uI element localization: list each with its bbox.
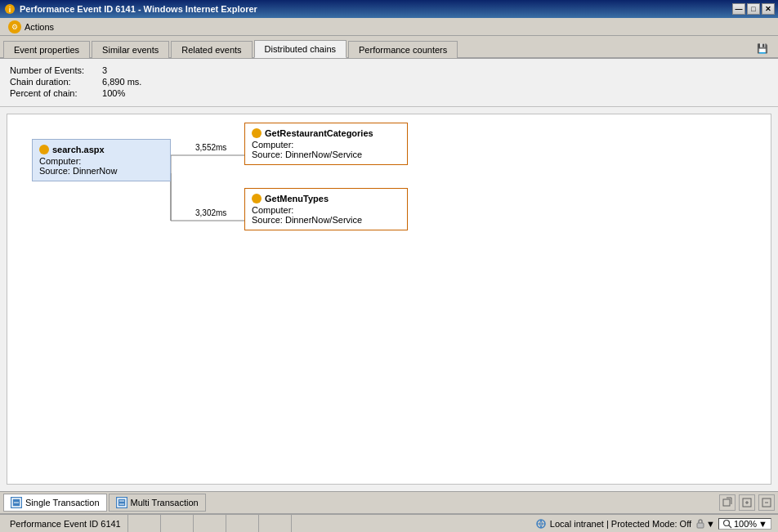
source-node-icon	[39, 145, 49, 154]
svg-rect-25	[697, 523, 704, 528]
source-node-title: search.aspx	[39, 145, 163, 154]
tab-performance-counters[interactable]: Performance counters	[348, 41, 458, 58]
svg-point-26	[723, 520, 729, 525]
single-transaction-icon	[11, 497, 22, 508]
source-computer-row: Computer:	[39, 156, 163, 166]
tab-distributed-chains[interactable]: Distributed chains	[254, 40, 347, 58]
svg-rect-12	[118, 498, 126, 507]
svg-text:3,302ms: 3,302ms	[195, 208, 226, 217]
svg-text:3,552ms: 3,552ms	[195, 143, 226, 152]
title-bar: i Performance Event ID 6141 - Windows In…	[0, 0, 778, 18]
target1-node-title: GetRestaurantCategories	[252, 128, 400, 138]
bottom-bar: Single Transaction Multi Transaction	[0, 491, 778, 532]
zoom-text: 100%	[734, 519, 757, 529]
tab-similar-events[interactable]: Similar events	[92, 41, 169, 58]
multi-transaction-icon	[116, 497, 127, 508]
target2-node-title: GetMenuTypes	[252, 194, 400, 203]
bottom-tabs: Single Transaction Multi Transaction	[0, 492, 778, 514]
status-zone: Local intranet | Protected Mode: Off	[535, 518, 691, 530]
target2-computer-row: Computer:	[252, 205, 400, 215]
percent-row: Percent of chain: 100%	[10, 88, 768, 98]
source-source-row: Source: DinnerNow	[39, 166, 163, 176]
zoom-area[interactable]: 100% ▼	[718, 518, 771, 530]
tab-multi-transaction[interactable]: Multi Transaction	[109, 494, 206, 512]
actions-label: Actions	[25, 22, 54, 32]
status-seg-3	[194, 515, 226, 532]
percent-value: 100%	[102, 88, 125, 98]
diagram-area: 3,552ms 3,302ms search.aspx Computer: So…	[7, 114, 771, 485]
lock-icon	[695, 518, 706, 530]
close-button[interactable]: ✕	[762, 3, 775, 15]
lock-icon-area: ▼	[695, 518, 715, 530]
tabs-container: Event properties Similar events Related …	[0, 36, 778, 59]
source-node[interactable]: search.aspx Computer: Source: DinnerNow	[32, 139, 171, 181]
maximize-button[interactable]: □	[747, 3, 760, 15]
icon-btn-2[interactable]	[739, 494, 755, 511]
save-icon[interactable]: 💾	[750, 40, 775, 57]
zone-icon	[535, 518, 547, 530]
info-panel: Number of Events: 3 Chain duration: 6,89…	[0, 59, 778, 107]
app-icon: i	[3, 2, 16, 16]
num-events-value: 3	[102, 65, 107, 75]
target2-source-row: Source: DinnerNow/Service	[252, 215, 400, 225]
status-right: Local intranet | Protected Mode: Off ▼ 1…	[532, 518, 775, 530]
num-events-row: Number of Events: 3	[10, 65, 768, 75]
target-node-1[interactable]: GetRestaurantCategories Computer: Source…	[244, 123, 408, 165]
icon-btn-3[interactable]	[758, 494, 775, 511]
window-title: Performance Event ID 6141 - Windows Inte…	[20, 4, 732, 14]
status-segments	[128, 515, 532, 532]
zone-text: Local intranet | Protected Mode: Off	[550, 519, 691, 529]
window-controls: — □ ✕	[732, 3, 775, 15]
minimize-button[interactable]: —	[732, 3, 745, 15]
actions-icon: ⚙	[8, 20, 21, 34]
chain-duration-label: Chain duration:	[10, 77, 100, 87]
status-seg-4	[226, 515, 259, 532]
actions-menu[interactable]: ⚙ Actions	[3, 19, 59, 35]
zoom-dropdown[interactable]: ▼	[758, 519, 767, 529]
percent-label: Percent of chain:	[10, 88, 100, 98]
target1-source-row: Source: DinnerNow/Service	[252, 150, 400, 159]
chain-duration-value: 6,890 ms.	[102, 77, 141, 87]
status-seg-1	[128, 515, 161, 532]
svg-text:i: i	[9, 6, 11, 14]
target-node-2[interactable]: GetMenuTypes Computer: Source: DinnerNow…	[244, 188, 408, 230]
svg-line-27	[728, 525, 731, 528]
tab-single-transaction[interactable]: Single Transaction	[3, 494, 107, 512]
target1-computer-row: Computer:	[252, 140, 400, 150]
single-transaction-label: Single Transaction	[25, 498, 100, 507]
target1-node-icon	[252, 128, 262, 138]
tab-event-properties[interactable]: Event properties	[3, 41, 90, 58]
bottom-right-icons	[719, 494, 775, 511]
main-content: Event properties Similar events Related …	[0, 36, 778, 491]
svg-rect-15	[723, 499, 730, 506]
num-events-label: Number of Events:	[10, 65, 100, 75]
zoom-icon	[722, 519, 732, 529]
multi-transaction-label: Multi Transaction	[131, 498, 199, 507]
menu-bar: ⚙ Actions	[0, 18, 778, 36]
icon-btn-1[interactable]	[719, 494, 736, 511]
tab-related-events[interactable]: Related events	[171, 41, 252, 58]
lock-dropdown[interactable]: ▼	[706, 519, 715, 529]
status-bar: Performance Event ID 6141 Local intranet…	[0, 514, 778, 532]
chain-duration-row: Chain duration: 6,890 ms.	[10, 77, 768, 87]
status-main-text: Performance Event ID 6141	[3, 515, 128, 532]
status-seg-5	[259, 515, 292, 532]
status-seg-2	[161, 515, 194, 532]
target2-node-icon	[252, 194, 262, 203]
